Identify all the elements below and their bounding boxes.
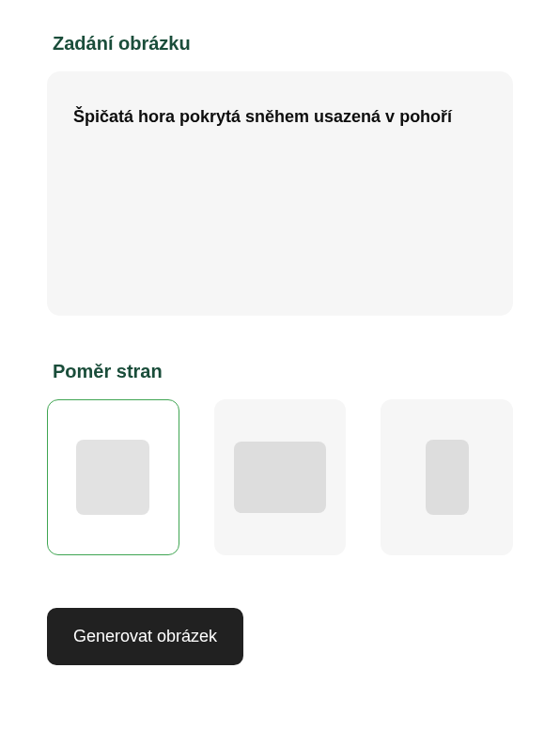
aspect-option-portrait[interactable] <box>381 399 513 555</box>
aspect-ratio-section: Poměr stran <box>47 361 513 555</box>
prompt-container <box>47 71 513 316</box>
image-prompt-section: Zadání obrázku <box>47 33 513 316</box>
prompt-input[interactable] <box>73 98 487 254</box>
prompt-section-title: Zadání obrázku <box>47 33 513 54</box>
aspect-option-landscape[interactable] <box>214 399 347 555</box>
aspect-ratio-title: Poměr stran <box>47 361 513 382</box>
aspect-option-square[interactable] <box>47 399 179 555</box>
portrait-shape-icon <box>426 440 469 515</box>
generate-button[interactable]: Generovat obrázek <box>47 608 243 665</box>
square-shape-icon <box>76 440 149 515</box>
aspect-ratio-options <box>47 399 513 555</box>
landscape-shape-icon <box>234 442 326 513</box>
